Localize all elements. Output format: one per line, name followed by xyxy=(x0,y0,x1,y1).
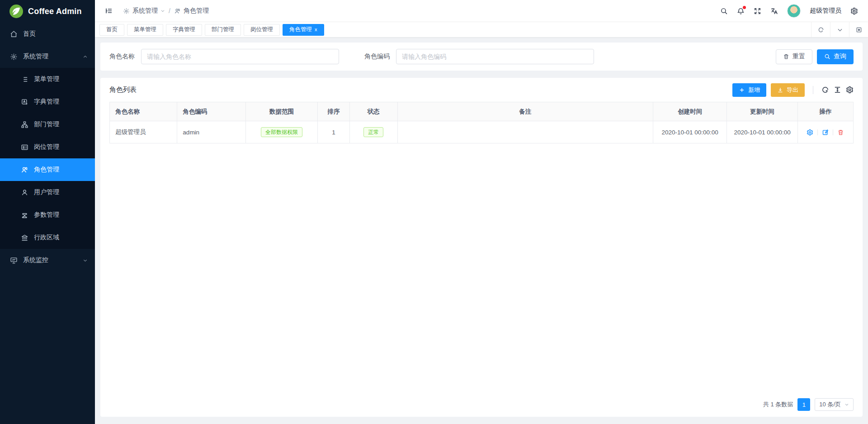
tab-tools xyxy=(811,22,868,37)
translate-icon[interactable] xyxy=(770,7,778,15)
row-edit-icon[interactable] xyxy=(822,129,829,136)
sidebar-group-label: 系统管理 xyxy=(23,52,48,61)
breadcrumb-label: 角色管理 xyxy=(184,7,209,15)
page-size-select[interactable]: 10 条/页 xyxy=(815,398,854,411)
fullscreen-icon[interactable] xyxy=(754,7,761,15)
add-button[interactable]: 新增 xyxy=(732,83,766,97)
tab-menu-mgmt[interactable]: 菜单管理 xyxy=(127,24,163,36)
org-chart-icon xyxy=(21,121,28,129)
sidebar-item-dict-mgmt[interactable]: 字典管理 xyxy=(0,91,95,113)
role-code-field: 角色编码 xyxy=(364,49,594,64)
sidebar-item-label: 首页 xyxy=(23,30,36,38)
toolbar-divider xyxy=(813,86,813,94)
settings-gear-icon[interactable] xyxy=(850,7,858,15)
search-actions: 重置 查询 xyxy=(776,49,854,64)
sidebar-item-home[interactable]: 首页 xyxy=(0,23,95,45)
cell-actions xyxy=(797,121,853,143)
tab-home[interactable]: 首页 xyxy=(99,24,124,36)
breadcrumb-item-role[interactable]: 角色管理 xyxy=(174,7,209,15)
tab-role-mgmt[interactable]: 角色管理 x xyxy=(283,24,324,36)
spring-leaf-logo-icon xyxy=(9,4,24,19)
col-updated: 更新时间 xyxy=(727,102,797,121)
sidebar-item-label: 用户管理 xyxy=(34,188,59,196)
col-role-code: 角色编码 xyxy=(177,102,245,121)
page-size-value: 10 条/页 xyxy=(819,400,841,409)
query-button[interactable]: 查询 xyxy=(817,49,854,64)
gear-icon xyxy=(10,53,18,61)
table-row[interactable]: 超级管理员 admin 全部数据权限 1 正常 2020-10-01 00:00… xyxy=(110,121,854,143)
top-header: 系统管理 / 角色管理 超级管理员 xyxy=(95,0,868,22)
data-scope-tag: 全部数据权限 xyxy=(261,127,302,137)
id-card-icon xyxy=(21,143,28,151)
table-settings-gear-icon[interactable] xyxy=(846,86,854,94)
card-title: 角色列表 xyxy=(109,86,137,94)
cell-role-code: admin xyxy=(177,121,245,143)
sidebar-item-region-mgmt[interactable]: 行政区域 xyxy=(0,226,95,249)
cell-order: 1 xyxy=(318,121,350,143)
frame-maximize-icon xyxy=(856,27,862,33)
user-avatar[interactable] xyxy=(787,4,801,18)
sidebar-item-user-mgmt[interactable]: 用户管理 xyxy=(0,181,95,204)
sidebar-item-param-mgmt[interactable]: 参数管理 xyxy=(0,204,95,226)
cell-remark xyxy=(397,121,653,143)
app-title: Coffee Admin xyxy=(28,7,82,16)
tab-label: 角色管理 xyxy=(289,26,312,33)
tab-bar: 首页 菜单管理 字典管理 部门管理 岗位管理 角色管理 x xyxy=(95,22,868,37)
role-people-icon xyxy=(21,166,28,174)
reset-button[interactable]: 重置 xyxy=(776,49,812,64)
tab-label: 岗位管理 xyxy=(250,26,273,33)
query-button-label: 查询 xyxy=(834,52,846,61)
refresh-tab-button[interactable] xyxy=(811,22,830,37)
breadcrumb-item-system[interactable]: 系统管理 xyxy=(123,7,165,15)
refresh-icon[interactable] xyxy=(821,86,829,94)
table-header-row: 角色名称 角色编码 数据范围 排序 状态 备注 创建时间 更新时间 操作 xyxy=(110,102,854,121)
chevron-up-icon xyxy=(83,54,88,59)
search-icon xyxy=(824,53,830,60)
sidebar-item-menu-mgmt[interactable]: 菜单管理 xyxy=(0,68,95,91)
export-button[interactable]: 导出 xyxy=(771,83,805,97)
app-logo: Coffee Admin xyxy=(0,0,95,23)
row-delete-icon[interactable] xyxy=(837,129,844,136)
maximize-content-button[interactable] xyxy=(849,22,868,37)
sidebar-item-dept-mgmt[interactable]: 部门管理 xyxy=(0,113,95,136)
role-code-input[interactable] xyxy=(396,49,594,64)
sidebar-group-system[interactable]: 系统管理 xyxy=(0,45,95,68)
status-tag: 正常 xyxy=(363,127,383,137)
user-icon xyxy=(21,189,28,196)
add-button-label: 新增 xyxy=(748,86,760,94)
role-name-input[interactable] xyxy=(141,49,339,64)
current-user-name[interactable]: 超级管理员 xyxy=(810,7,841,15)
sidebar-item-role-mgmt[interactable]: 角色管理 xyxy=(0,158,95,181)
tab-post-mgmt[interactable]: 岗位管理 xyxy=(244,24,280,36)
chevron-down-icon xyxy=(837,27,843,33)
app-root: Coffee Admin 首页 系统管理 菜单管理 字典管理 部门管理 xyxy=(0,0,868,424)
tab-dict-mgmt[interactable]: 字典管理 xyxy=(166,24,202,36)
reset-button-label: 重置 xyxy=(793,52,805,61)
tab-close-icon[interactable]: x xyxy=(315,27,317,32)
page-1-button[interactable]: 1 xyxy=(797,398,810,411)
sidebar-group-monitor[interactable]: 系统监控 xyxy=(0,249,95,272)
collapse-sidebar-icon[interactable] xyxy=(105,7,113,15)
plus-icon xyxy=(739,87,745,93)
column-height-icon[interactable] xyxy=(834,86,841,94)
row-permission-gear-icon[interactable] xyxy=(807,129,813,136)
tab-label: 部门管理 xyxy=(212,26,234,33)
sidebar-item-post-mgmt[interactable]: 岗位管理 xyxy=(0,136,95,158)
col-status: 状态 xyxy=(349,102,397,121)
tab-label: 首页 xyxy=(106,26,118,33)
export-button-label: 导出 xyxy=(787,86,798,94)
trash-icon xyxy=(783,53,789,60)
notification-bell[interactable] xyxy=(737,7,745,15)
breadcrumb: 系统管理 / 角色管理 xyxy=(123,7,209,15)
cell-updated: 2020-10-01 00:00:00 xyxy=(727,121,797,143)
dictionary-icon xyxy=(21,98,28,106)
sidebar-item-label: 参数管理 xyxy=(34,211,59,219)
search-icon[interactable] xyxy=(720,7,728,15)
breadcrumb-separator: / xyxy=(169,7,170,14)
card-toolbar: 角色列表 新增 导出 xyxy=(109,78,854,102)
home-icon xyxy=(10,30,18,38)
tab-dept-mgmt[interactable]: 部门管理 xyxy=(205,24,241,36)
tab-list-dropdown-button[interactable] xyxy=(830,22,849,37)
sidebar: Coffee Admin 首页 系统管理 菜单管理 字典管理 部门管理 xyxy=(0,0,95,424)
cell-status: 正常 xyxy=(349,121,397,143)
